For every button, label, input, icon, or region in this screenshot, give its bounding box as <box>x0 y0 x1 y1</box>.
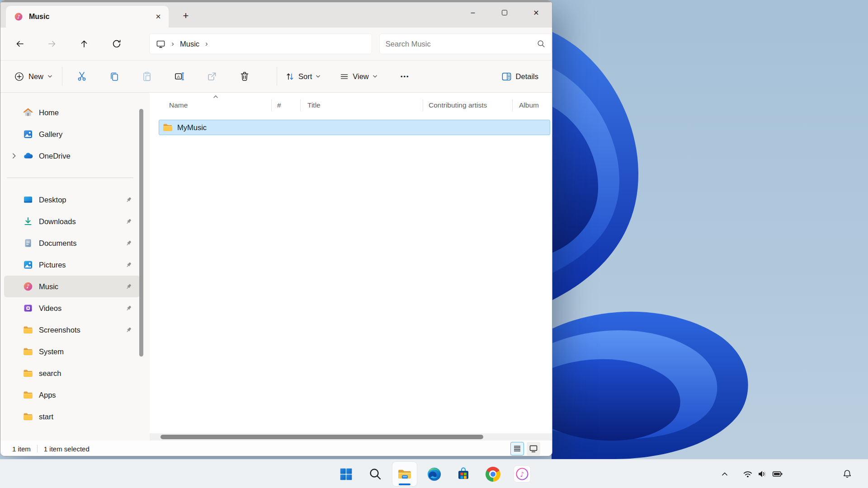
taskbar-edge-button[interactable] <box>422 462 446 486</box>
taskbar-file-explorer-button[interactable] <box>392 462 417 486</box>
copy-button[interactable] <box>104 66 124 86</box>
close-button[interactable]: ✕ <box>520 2 552 23</box>
folder-icon <box>23 390 33 400</box>
file-explorer-icon <box>397 466 413 482</box>
pin-icon <box>125 283 132 291</box>
forward-button[interactable] <box>42 35 61 53</box>
sidebar-item-desktop[interactable]: Desktop <box>4 189 140 211</box>
share-icon <box>207 71 217 82</box>
item-count: 1 item <box>12 445 31 453</box>
svg-text:A: A <box>177 74 180 79</box>
view-list-icon <box>340 72 349 81</box>
taskbar-chrome-button[interactable] <box>481 462 505 486</box>
up-arrow-icon <box>79 39 89 49</box>
column-headers: Name # Title Contributing artists Album <box>150 96 552 114</box>
large-icons-view-toggle[interactable] <box>527 442 540 455</box>
sort-ascending-icon <box>213 94 218 99</box>
selection-count: 1 item selected <box>44 445 90 453</box>
toolbar-divider <box>277 67 277 86</box>
sidebar-item-system[interactable]: System <box>4 341 140 362</box>
wallpaper-bloom <box>552 0 868 459</box>
minimize-button[interactable]: – <box>457 2 489 23</box>
horizontal-scrollbar[interactable] <box>150 433 552 441</box>
details-view-toggle[interactable] <box>510 442 524 455</box>
sort-button[interactable]: Sort <box>285 72 321 81</box>
sidebar-item-gallery[interactable]: Gallery <box>4 123 140 145</box>
notification-center-button[interactable] <box>839 460 856 488</box>
new-plus-icon <box>14 71 24 82</box>
details-pane-label: Details <box>516 72 538 81</box>
show-hidden-icons-button[interactable] <box>717 460 733 488</box>
column-header-name[interactable]: Name <box>150 99 271 111</box>
rename-button[interactable]: A <box>170 66 189 86</box>
folder-icon <box>23 412 33 422</box>
chevron-down-icon <box>373 75 377 78</box>
paste-button[interactable] <box>137 66 157 86</box>
column-header-title[interactable]: Title <box>300 99 423 111</box>
sidebar-item-music[interactable]: Music <box>4 276 140 297</box>
up-button[interactable] <box>75 35 94 53</box>
battery-icon <box>772 469 783 479</box>
refresh-button[interactable] <box>107 35 126 53</box>
taskbar-itunes-button[interactable]: ♪ <box>510 462 534 486</box>
pin-icon <box>125 326 132 334</box>
column-header-contributing-artists[interactable]: Contributing artists <box>423 99 512 111</box>
file-name: MyMusic <box>177 123 207 132</box>
sidebar-item-onedrive[interactable]: OneDrive <box>4 145 140 167</box>
expand-chevron-icon[interactable] <box>9 151 19 160</box>
sidebar-item-downloads[interactable]: Downloads <box>4 211 140 232</box>
new-tab-button[interactable]: + <box>178 8 194 24</box>
wifi-icon <box>743 469 753 479</box>
sidebar-item-apps[interactable]: Apps <box>4 384 140 406</box>
file-list-area: Name # Title Contributing artists Album … <box>150 93 552 441</box>
taskbar-store-button[interactable] <box>451 462 476 486</box>
share-button[interactable] <box>202 66 222 86</box>
tab-bar: Music ✕ + – ✕ <box>0 2 552 28</box>
sidebar-item-home[interactable]: Home <box>4 102 140 123</box>
tab-close-icon[interactable]: ✕ <box>151 10 165 23</box>
bell-icon <box>842 469 852 479</box>
sidebar-item-pictures[interactable]: Pictures <box>4 254 140 276</box>
back-button[interactable] <box>10 35 29 53</box>
edge-icon <box>427 467 442 482</box>
volume-icon <box>757 469 768 479</box>
documents-icon <box>23 238 33 248</box>
sidebar-item-search[interactable]: search <box>4 362 140 384</box>
file-explorer-window: Music ✕ + – ✕ › Music › <box>0 0 552 456</box>
sidebar-item-videos[interactable]: Videos <box>4 297 140 319</box>
cut-icon <box>76 71 87 82</box>
delete-button[interactable] <box>235 66 255 86</box>
navigation-pane: Home Gallery OneDrive Desktop Downloads <box>0 93 150 441</box>
cut-button[interactable] <box>72 66 92 86</box>
breadcrumb-separator-icon: › <box>171 39 174 48</box>
file-row-mymusic[interactable]: MyMusic <box>159 120 550 135</box>
navigation-bar: › Music › <box>0 28 552 60</box>
svg-text:♪: ♪ <box>520 470 524 479</box>
sidebar-item-screenshots[interactable]: Screenshots <box>4 319 140 341</box>
sort-icon <box>285 72 295 81</box>
toolbar-divider <box>62 67 62 86</box>
system-tray-status-button[interactable] <box>739 460 787 488</box>
breadcrumb[interactable]: › Music › <box>149 33 372 54</box>
taskbar-search-button[interactable] <box>363 462 387 486</box>
breadcrumb-item-music[interactable]: Music <box>180 40 199 48</box>
sidebar-item-documents[interactable]: Documents <box>4 232 140 254</box>
sidebar-scrollbar-thumb[interactable] <box>139 109 143 357</box>
ellipsis-icon: ••• <box>401 73 410 80</box>
search-input[interactable] <box>386 40 537 48</box>
view-button[interactable]: View <box>340 72 377 81</box>
maximize-button[interactable] <box>489 2 520 23</box>
active-app-indicator <box>399 483 410 485</box>
new-button[interactable]: New <box>14 71 52 82</box>
large-icons-view-icon <box>529 445 538 452</box>
horizontal-scrollbar-thumb[interactable] <box>160 435 483 439</box>
chrome-icon <box>486 467 500 482</box>
itunes-icon: ♪ <box>514 466 530 482</box>
tab-music[interactable]: Music ✕ <box>6 6 169 28</box>
start-button[interactable] <box>334 462 358 486</box>
details-pane-button[interactable]: Details <box>501 71 538 82</box>
column-header-number[interactable]: # <box>271 99 300 111</box>
column-header-album[interactable]: Album <box>512 99 552 111</box>
sidebar-item-start[interactable]: start <box>4 406 140 427</box>
more-options-button[interactable]: ••• <box>396 66 414 86</box>
